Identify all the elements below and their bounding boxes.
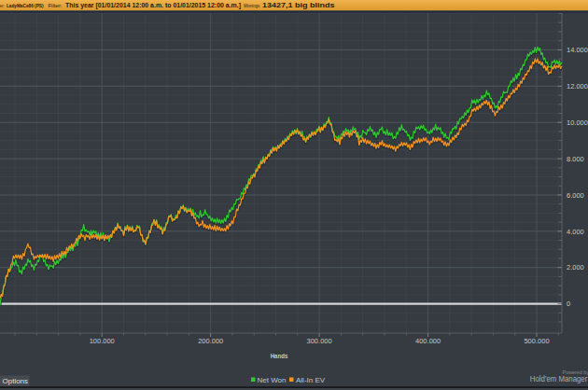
svg-text:10.000: 10.000 [567,118,588,127]
svg-text:Filter:: Filter: [48,3,63,8]
svg-text:er:: er: [0,3,5,8]
svg-text:Net Won: Net Won [258,376,287,384]
svg-text:300.000: 300.000 [307,337,332,345]
svg-text:All-In EV: All-In EV [296,376,326,384]
svg-text:200.000: 200.000 [198,337,223,345]
svg-text:13427,1 big blinds: 13427,1 big blinds [262,1,335,9]
svg-text:12.000: 12.000 [567,82,588,91]
svg-text:100.000: 100.000 [90,337,115,345]
svg-text:Winnings:: Winnings: [244,3,260,8]
svg-text:LadyMaCe86 (PS): LadyMaCe86 (PS) [7,4,44,8]
svg-text:500.000: 500.000 [524,337,549,345]
svg-text:Hands: Hands [271,352,288,360]
svg-text:0: 0 [567,299,570,308]
svg-text:This year [01/01/2014 12:00 a.: This year [01/01/2014 12:00 a.m. to 01/0… [65,2,241,9]
svg-text:4.000: 4.000 [567,228,584,236]
svg-text:Hold'em Manager: Hold'em Manager [530,374,588,383]
svg-text:400.000: 400.000 [415,337,441,345]
svg-text:6.000: 6.000 [567,191,584,200]
svg-text:14.000: 14.000 [567,46,588,54]
svg-text:2.000: 2.000 [567,263,584,272]
svg-text:Options: Options [3,377,29,385]
svg-text:8.000: 8.000 [567,155,584,163]
